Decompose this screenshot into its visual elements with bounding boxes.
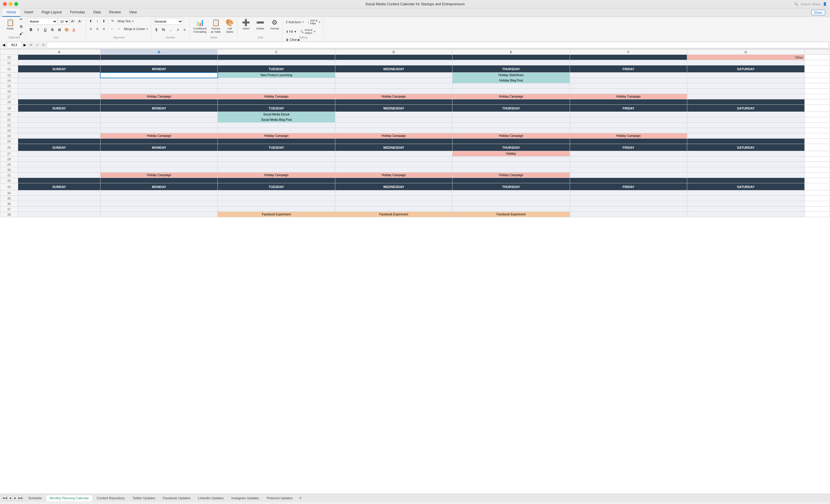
function-icon[interactable]: fx	[41, 43, 46, 47]
cell-b15[interactable]	[100, 83, 218, 89]
font-family-select[interactable]: Avenir	[28, 18, 57, 25]
cell-c19[interactable]: TUESDAY	[218, 105, 335, 112]
strikethrough-button[interactable]: S	[49, 27, 56, 33]
close-button[interactable]	[3, 2, 7, 6]
cell-c21[interactable]: Social Media Blog Post	[218, 117, 335, 123]
tab-insert[interactable]: Insert	[20, 8, 37, 17]
nav-right-button[interactable]: ▶	[22, 43, 27, 47]
cell-f16[interactable]	[570, 89, 687, 94]
nav-prev-button[interactable]: ◀	[8, 496, 12, 500]
share-button[interactable]: Share	[811, 10, 825, 15]
cell-a19[interactable]: SUNDAY	[18, 105, 100, 112]
nav-last-button[interactable]: ▶▶	[19, 496, 23, 500]
align-left-button[interactable]: ≡	[88, 26, 94, 32]
increase-font-button[interactable]: A⁺	[70, 18, 76, 25]
cell-e14[interactable]: Holiday Blog Post	[452, 78, 570, 83]
cell-d14[interactable]	[335, 78, 452, 83]
cell-e38[interactable]: Facebook Experiment	[452, 212, 570, 217]
cell-a10[interactable]	[18, 55, 100, 60]
cell-g19[interactable]: SATURDAY	[687, 105, 804, 112]
cell-a16[interactable]	[18, 89, 100, 94]
cell-c20[interactable]: Social Media Ebook	[218, 112, 335, 117]
indent-increase-button[interactable]: →	[116, 26, 122, 32]
window-controls[interactable]	[3, 2, 18, 6]
confirm-icon[interactable]: ✓	[34, 42, 40, 47]
bold-button[interactable]: B	[28, 27, 34, 33]
cell-f20[interactable]	[570, 112, 687, 117]
col-header-d[interactable]: D	[335, 50, 452, 55]
cell-f13[interactable]	[570, 72, 687, 78]
currency-button[interactable]: $	[153, 27, 160, 33]
autosum-button[interactable]: Σ AutoSum ▼	[284, 20, 306, 25]
cell-f10[interactable]	[570, 55, 687, 60]
align-top-button[interactable]: ⬆	[88, 18, 94, 24]
cut-button[interactable]: ✂	[18, 16, 24, 23]
cell-reference-input[interactable]: B13	[7, 42, 22, 48]
cell-b10[interactable]	[100, 55, 218, 60]
format-as-table-button[interactable]: 📋 Formatas Table	[209, 18, 223, 35]
borders-button[interactable]: ⊞	[56, 27, 63, 33]
cell-e24[interactable]: Holiday Campaign	[452, 133, 570, 139]
cell-a12[interactable]: SUNDAY	[18, 65, 100, 72]
col-header-b[interactable]: B	[100, 50, 218, 55]
font-size-select[interactable]: 12	[58, 18, 69, 25]
cell-f21[interactable]	[570, 117, 687, 123]
account-icon[interactable]: 👤	[823, 2, 827, 6]
cell-b20[interactable]	[100, 112, 218, 117]
add-sheet-button[interactable]: +	[297, 495, 304, 501]
cell-c16[interactable]	[218, 89, 335, 94]
underline-button[interactable]: U	[42, 27, 49, 33]
cell-a14[interactable]	[18, 78, 100, 83]
cell-c15[interactable]	[218, 83, 335, 89]
cell-b31[interactable]: Holiday Campaign	[100, 172, 218, 178]
cell-e12[interactable]: THURSDAY	[452, 65, 570, 72]
find-select-button[interactable]: 🔍 Find &Select ▼	[299, 28, 317, 35]
cell-g13[interactable]	[687, 72, 804, 78]
cancel-icon[interactable]: ✕	[28, 42, 34, 47]
cell-b21[interactable]	[100, 117, 218, 123]
orientation-button[interactable]: ↷	[109, 18, 116, 24]
cell-c17[interactable]: Holiday Campaign	[218, 94, 335, 99]
format-button[interactable]: ⚙ Format	[268, 18, 281, 35]
sort-filter-button[interactable]: ↕ Sort &Filter ▼	[306, 18, 322, 26]
cell-d20[interactable]	[335, 112, 452, 117]
col-header-g[interactable]: G	[687, 50, 804, 55]
minimize-button[interactable]	[9, 2, 12, 6]
col-header-f[interactable]: F	[570, 50, 687, 55]
wrap-text-button[interactable]: Wrap Text ▼	[116, 19, 136, 24]
tab-twitter[interactable]: Twitter Updates	[129, 495, 159, 501]
cell-d31[interactable]: Holiday Campaign	[335, 172, 452, 178]
tab-page-layout[interactable]: Page Layout	[37, 8, 66, 17]
percent-button[interactable]: %	[160, 27, 167, 33]
cell-f15[interactable]	[570, 83, 687, 89]
cell-a17[interactable]	[18, 94, 100, 99]
cell-b16[interactable]	[100, 89, 218, 94]
cell-d21[interactable]	[335, 117, 452, 123]
col-header-c[interactable]: C	[218, 50, 335, 55]
align-center-button[interactable]: ≡	[94, 26, 100, 32]
tab-review[interactable]: Review	[105, 8, 125, 17]
cell-e17[interactable]: Holiday Campaign	[452, 94, 570, 99]
insert-button[interactable]: ➕ Insert	[240, 18, 253, 35]
cell-b14[interactable]	[100, 78, 218, 83]
cell-d16[interactable]	[335, 89, 452, 94]
decrease-decimal-button[interactable]: 0.	[182, 27, 188, 33]
col-header-a[interactable]: A	[18, 50, 100, 55]
cell-g16[interactable]	[687, 89, 804, 94]
cell-b17[interactable]: Holiday Campaign	[100, 94, 218, 99]
indent-decrease-button[interactable]: ←	[109, 26, 116, 32]
cell-a15[interactable]	[18, 83, 100, 89]
cell-g20[interactable]	[687, 112, 804, 117]
cell-e10[interactable]	[452, 55, 570, 60]
cell-f19[interactable]: FRIDAY	[570, 105, 687, 112]
decrease-font-button[interactable]: A⁻	[77, 18, 84, 25]
align-bottom-button[interactable]: ⬇	[101, 18, 107, 24]
nav-next-button[interactable]: ▶	[13, 496, 18, 500]
cell-g11[interactable]	[687, 60, 804, 65]
cell-b24[interactable]: Holiday Campaign	[100, 133, 218, 139]
increase-decimal-button[interactable]: .0	[174, 27, 181, 33]
cell-b11[interactable]	[100, 60, 218, 65]
tab-monthly-planning[interactable]: Monthly Planning Calendar	[46, 495, 93, 501]
tab-view[interactable]: View	[125, 8, 141, 17]
cell-b12[interactable]: MONDAY	[100, 65, 218, 72]
